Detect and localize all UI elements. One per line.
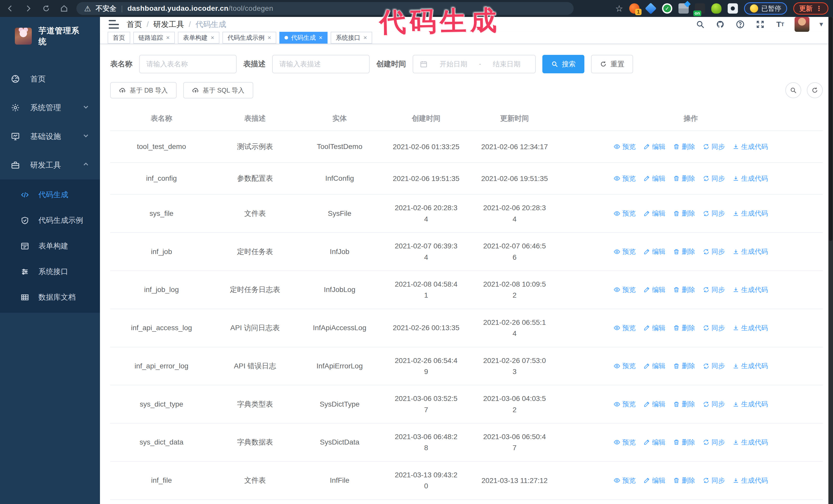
sidebar-item-home[interactable]: 首页 xyxy=(0,65,100,93)
sidebar-item-dev-tools[interactable]: 研发工具 xyxy=(0,151,100,179)
preview-action[interactable]: 预览 xyxy=(614,400,636,409)
browser-update-button[interactable]: 更新 ⋮ xyxy=(793,2,828,15)
tag-form-builder[interactable]: 表单构建 × xyxy=(178,32,219,44)
generate-code-action[interactable]: 生成代码 xyxy=(733,323,768,333)
reset-button[interactable]: 重置 xyxy=(591,55,633,73)
sidebar-item-infrastructure[interactable]: 基础设施 xyxy=(0,122,100,151)
preview-action[interactable]: 预览 xyxy=(614,438,636,447)
bookmark-star-icon[interactable]: ☆ xyxy=(615,3,623,14)
edit-action[interactable]: 编辑 xyxy=(643,323,665,333)
sync-action[interactable]: 同步 xyxy=(703,285,725,294)
sidebar-item-system[interactable]: 系统管理 xyxy=(0,93,100,122)
import-sql-button[interactable]: 基于 SQL 导入 xyxy=(183,82,253,98)
user-menu-caret-icon[interactable]: ▼ xyxy=(818,21,824,28)
delete-action[interactable]: 删除 xyxy=(673,247,695,256)
app-logo-row[interactable]: 芋道管理系统 xyxy=(0,17,100,55)
user-avatar[interactable] xyxy=(794,17,809,32)
extension-icon-dark[interactable]: on xyxy=(695,3,705,14)
tag-tracing[interactable]: 链路追踪 × xyxy=(133,32,175,44)
sync-action[interactable]: 同步 xyxy=(703,438,725,447)
edit-action[interactable]: 编辑 xyxy=(643,142,665,151)
sync-action[interactable]: 同步 xyxy=(703,247,725,256)
sidebar-item-codegen-example[interactable]: 代码生成示例 xyxy=(0,208,100,233)
toggle-search-button[interactable] xyxy=(785,82,801,98)
delete-action[interactable]: 删除 xyxy=(673,323,695,333)
extension-icon-orange[interactable]: 1 xyxy=(629,3,640,14)
help-icon[interactable] xyxy=(735,19,746,30)
generate-code-action[interactable]: 生成代码 xyxy=(733,209,768,218)
fullscreen-icon[interactable] xyxy=(755,19,766,30)
edit-action[interactable]: 编辑 xyxy=(643,361,665,370)
browser-reload-button[interactable] xyxy=(41,3,52,14)
breadcrumb-home[interactable]: 首页 xyxy=(127,19,142,30)
extension-icon-check[interactable]: ✓ xyxy=(662,3,672,14)
browser-forward-button[interactable] xyxy=(23,3,34,14)
generate-code-action[interactable]: 生成代码 xyxy=(733,400,768,409)
extension-icon-grid[interactable] xyxy=(679,3,689,14)
github-icon[interactable] xyxy=(715,19,726,30)
sync-action[interactable]: 同步 xyxy=(703,209,725,218)
preview-action[interactable]: 预览 xyxy=(614,361,636,370)
preview-action[interactable]: 预览 xyxy=(614,476,636,485)
close-icon[interactable]: × xyxy=(211,34,214,41)
edit-action[interactable]: 编辑 xyxy=(643,476,665,485)
browser-menu-icon[interactable]: ⋮ xyxy=(815,5,823,13)
sync-action[interactable]: 同步 xyxy=(703,323,725,333)
preview-action[interactable]: 预览 xyxy=(614,209,636,218)
generate-code-action[interactable]: 生成代码 xyxy=(733,361,768,370)
table-desc-input[interactable] xyxy=(279,60,362,68)
sidebar-item-codegen[interactable]: 代码生成 xyxy=(0,182,100,208)
extension-icon-green[interactable] xyxy=(711,3,721,14)
header-search-icon[interactable] xyxy=(695,19,706,30)
sidebar-toggle-icon[interactable] xyxy=(109,20,119,29)
generate-code-action[interactable]: 生成代码 xyxy=(733,142,768,151)
sync-action[interactable]: 同步 xyxy=(703,174,725,183)
edit-action[interactable]: 编辑 xyxy=(643,400,665,409)
breadcrumb-dev-tools[interactable]: 研发工具 xyxy=(153,19,184,30)
preview-action[interactable]: 预览 xyxy=(614,174,636,183)
delete-action[interactable]: 删除 xyxy=(673,438,695,447)
import-db-button[interactable]: 基于 DB 导入 xyxy=(110,82,176,98)
close-icon[interactable]: × xyxy=(363,34,367,41)
close-icon[interactable]: × xyxy=(166,34,170,41)
edit-action[interactable]: 编辑 xyxy=(643,285,665,294)
generate-code-action[interactable]: 生成代码 xyxy=(733,476,768,485)
preview-action[interactable]: 预览 xyxy=(614,285,636,294)
edit-action[interactable]: 编辑 xyxy=(643,174,665,183)
search-button[interactable]: 搜索 xyxy=(542,55,585,73)
close-icon[interactable]: × xyxy=(319,34,323,41)
edit-action[interactable]: 编辑 xyxy=(643,209,665,218)
extensions-puzzle-icon[interactable] xyxy=(728,3,738,14)
generate-code-action[interactable]: 生成代码 xyxy=(733,247,768,256)
browser-home-button[interactable] xyxy=(58,3,70,14)
extension-icon-gem[interactable] xyxy=(645,3,657,14)
font-size-icon[interactable]: TT xyxy=(775,19,786,30)
sync-action[interactable]: 同步 xyxy=(703,400,725,409)
sidebar-item-db-doc[interactable]: 数据库文档 xyxy=(0,285,100,310)
delete-action[interactable]: 删除 xyxy=(673,285,695,294)
delete-action[interactable]: 删除 xyxy=(673,209,695,218)
edit-action[interactable]: 编辑 xyxy=(643,438,665,447)
page-scrollbar[interactable] xyxy=(828,17,833,504)
sidebar-item-system-api[interactable]: 系统接口 xyxy=(0,259,100,285)
sidebar-item-form-builder[interactable]: 表单构建 xyxy=(0,233,100,259)
date-range-picker[interactable]: 开始日期 - 结束日期 xyxy=(413,55,536,73)
delete-action[interactable]: 删除 xyxy=(673,142,695,151)
tag-system-api[interactable]: 系统接口 × xyxy=(331,32,372,44)
table-name-input[interactable] xyxy=(146,60,230,68)
delete-action[interactable]: 删除 xyxy=(673,476,695,485)
sync-action[interactable]: 同步 xyxy=(703,361,725,370)
tag-codegen[interactable]: 代码生成 × xyxy=(279,32,328,44)
generate-code-action[interactable]: 生成代码 xyxy=(733,285,768,294)
delete-action[interactable]: 删除 xyxy=(673,361,695,370)
edit-action[interactable]: 编辑 xyxy=(643,247,665,256)
browser-back-button[interactable] xyxy=(5,3,16,14)
tag-home[interactable]: 首页 xyxy=(108,32,130,44)
refresh-table-button[interactable] xyxy=(807,82,823,98)
delete-action[interactable]: 删除 xyxy=(673,174,695,183)
profile-paused-chip[interactable]: 已暂停 xyxy=(744,2,787,15)
generate-code-action[interactable]: 生成代码 xyxy=(733,438,768,447)
delete-action[interactable]: 删除 xyxy=(673,400,695,409)
scrollbar-thumb[interactable] xyxy=(829,17,832,241)
close-icon[interactable]: × xyxy=(268,34,271,41)
